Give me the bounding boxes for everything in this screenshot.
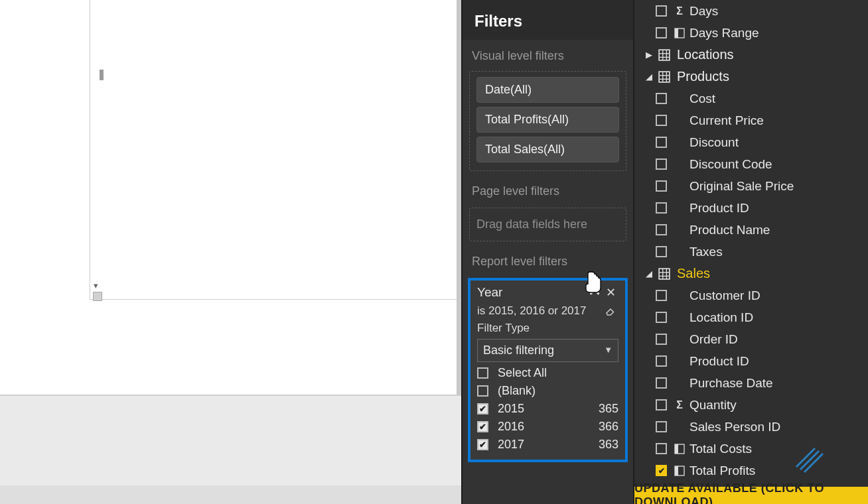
field-checkbox[interactable]: [656, 465, 667, 476]
field-label: Product ID: [689, 354, 749, 369]
field-cost[interactable]: Cost: [637, 88, 865, 109]
table-sales[interactable]: ◢Sales: [637, 263, 865, 284]
close-icon[interactable]: ✕: [603, 284, 618, 300]
field-total-costs[interactable]: Total Costs: [637, 438, 865, 460]
field-checkbox[interactable]: [656, 137, 667, 148]
expand-icon[interactable]: ▶: [644, 50, 654, 60]
report-page[interactable]: [90, 0, 457, 300]
table-icon: [658, 49, 670, 61]
blank-label: (Blank): [498, 384, 618, 398]
field-checkbox[interactable]: [656, 158, 667, 170]
collapse-icon[interactable]: [587, 284, 603, 300]
column-icon: [674, 28, 686, 38]
field-checkbox[interactable]: [656, 93, 667, 104]
field-checkbox[interactable]: [656, 312, 667, 323]
filters-panel: Filters Visual level filters Date(All) T…: [461, 0, 634, 504]
visual-level-filters-group[interactable]: Date(All) Total Profits(All) Total Sales…: [469, 71, 626, 171]
field-label: Purchase Date: [689, 376, 773, 391]
field-checkbox[interactable]: [656, 399, 667, 410]
year-2016-row[interactable]: 2016 366: [477, 420, 618, 434]
sigma-icon: [674, 5, 686, 17]
sigma-icon: [674, 399, 686, 411]
collapse-icon[interactable]: ◢: [644, 72, 654, 82]
field-checkbox[interactable]: [656, 180, 667, 192]
field-location-id[interactable]: Location ID: [637, 306, 865, 328]
filter-type-select[interactable]: Basic filtering: [477, 339, 618, 362]
table-products[interactable]: ◢Products: [637, 66, 865, 88]
year-2015-checkbox[interactable]: [477, 403, 488, 414]
field-customer-id[interactable]: Customer ID: [637, 284, 865, 306]
year-2017-count: 363: [599, 438, 618, 452]
update-available-bar[interactable]: UPDATE AVAILABLE (CLICK TO DOWNLOAD): [634, 487, 868, 504]
field-checkbox[interactable]: [656, 115, 667, 126]
year-2017-checkbox[interactable]: [477, 439, 488, 450]
field-checkbox[interactable]: [656, 334, 667, 345]
year-2015-count: 365: [599, 402, 618, 416]
field-sales-person-id[interactable]: Sales Person ID: [637, 416, 865, 438]
fields-panel: DaysDays Range▶Locations◢ProductsCostCur…: [634, 0, 868, 504]
filter-pill-date[interactable]: Date(All): [476, 77, 619, 103]
collapse-icon[interactable]: ◢: [644, 269, 654, 279]
year-2015-row[interactable]: 2015 365: [477, 402, 618, 416]
page-level-filters-label: Page level filters: [463, 175, 633, 204]
field-label: Customer ID: [689, 288, 760, 303]
scroll-down-icon[interactable]: ▾: [91, 281, 100, 290]
svg-rect-7: [659, 72, 670, 82]
field-current-price[interactable]: Current Price: [637, 109, 865, 131]
table-locations[interactable]: ▶Locations: [637, 44, 865, 66]
table-icon: [658, 71, 670, 83]
report-level-filters-label: Report level filters: [463, 245, 633, 274]
field-checkbox[interactable]: [656, 5, 667, 17]
select-all-checkbox[interactable]: [477, 367, 488, 379]
resize-handle[interactable]: [93, 292, 102, 301]
field-checkbox[interactable]: [656, 224, 667, 235]
year-2017-row[interactable]: 2017 363: [477, 438, 618, 452]
blank-row[interactable]: (Blank): [477, 384, 618, 398]
field-product-id[interactable]: Product ID: [637, 350, 865, 372]
eraser-icon[interactable]: [603, 303, 618, 319]
field-days-range[interactable]: Days Range: [637, 22, 865, 44]
year-filter-title: Year: [477, 285, 587, 300]
field-checkbox[interactable]: [656, 246, 667, 257]
field-checkbox[interactable]: [656, 443, 667, 454]
year-2015-label: 2015: [498, 402, 599, 416]
field-label: Days: [689, 4, 718, 19]
year-2016-label: 2016: [498, 420, 599, 434]
filter-pill-total-profits[interactable]: Total Profits(All): [476, 107, 619, 133]
year-filter-summary: is 2015, 2016 or 2017: [477, 304, 603, 318]
field-checkbox[interactable]: [656, 355, 667, 367]
select-all-row[interactable]: Select All: [477, 366, 618, 380]
field-order-id[interactable]: Order ID: [637, 328, 865, 350]
field-checkbox[interactable]: [656, 27, 667, 38]
filter-type-label: Filter Type: [477, 322, 618, 335]
blank-checkbox[interactable]: [477, 385, 488, 397]
field-purchase-date[interactable]: Purchase Date: [637, 372, 865, 394]
year-2016-checkbox[interactable]: [477, 421, 488, 432]
field-checkbox[interactable]: [656, 421, 667, 432]
field-label: Taxes: [689, 245, 723, 259]
field-days[interactable]: Days: [637, 0, 865, 22]
report-canvas[interactable]: ▾: [0, 0, 461, 504]
page-level-dropzone[interactable]: Drag data fields here: [469, 208, 626, 241]
field-product-name[interactable]: Product Name: [637, 219, 865, 241]
filter-pill-total-sales[interactable]: Total Sales(All): [476, 137, 619, 162]
field-original-sale-price[interactable]: Original Sale Price: [637, 175, 865, 197]
field-product-id[interactable]: Product ID: [637, 197, 865, 219]
field-label: Original Sale Price: [689, 179, 794, 194]
field-discount[interactable]: Discount: [637, 131, 865, 153]
column-icon: [674, 466, 686, 476]
field-taxes[interactable]: Taxes: [637, 241, 865, 263]
field-discount-code[interactable]: Discount Code: [637, 153, 865, 175]
table-label: Locations: [677, 47, 734, 62]
field-total-profits[interactable]: Total Profits: [637, 460, 865, 481]
svg-rect-2: [659, 50, 670, 60]
field-label: Location ID: [689, 310, 753, 325]
field-label: Product ID: [689, 201, 749, 216]
year-filter-card[interactable]: Year ✕ is 2015, 2016 or 2017 Filter Type…: [468, 278, 628, 462]
field-label: Days Range: [689, 26, 759, 40]
field-checkbox[interactable]: [656, 377, 667, 389]
field-label: Cost: [689, 92, 715, 106]
field-checkbox[interactable]: [656, 202, 667, 214]
field-quantity[interactable]: Quantity: [637, 394, 865, 416]
field-checkbox[interactable]: [656, 290, 667, 301]
